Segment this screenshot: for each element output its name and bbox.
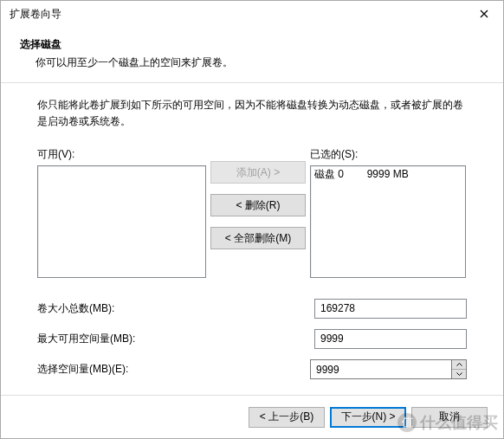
list-item[interactable]: 磁盘 0 9999 MB — [311, 166, 465, 183]
wizard-header: 选择磁盘 你可以用至少一个磁盘上的空间来扩展卷。 — [1, 27, 503, 82]
remove-all-button[interactable]: < 全部删除(M) — [210, 227, 306, 249]
header-subtitle: 你可以用至少一个磁盘上的空间来扩展卷。 — [20, 52, 484, 70]
select-space-input[interactable] — [310, 359, 451, 379]
available-listbox[interactable] — [37, 165, 206, 278]
total-size-value: 169278 — [314, 299, 467, 319]
remove-button[interactable]: < 删除(R) — [210, 194, 306, 216]
titlebar: 扩展卷向导 — [1, 1, 503, 27]
max-space-label: 最大可用空间量(MB): — [37, 332, 314, 346]
window-title: 扩展卷向导 — [10, 7, 464, 22]
transfer-buttons-column: 添加(A) > < 删除(R) < 全部删除(M) — [206, 147, 310, 260]
available-label: 可用(V): — [37, 147, 206, 162]
spinner-down-button[interactable] — [452, 369, 466, 378]
back-button[interactable]: < 上一步(B) — [249, 407, 325, 428]
selected-listbox[interactable]: 磁盘 0 9999 MB — [310, 165, 466, 278]
max-space-row: 最大可用空间量(MB): 9999 — [37, 329, 467, 349]
selected-column: 已选的(S): 磁盘 0 9999 MB — [310, 147, 466, 278]
available-column: 可用(V): — [37, 147, 206, 278]
wizard-window: 扩展卷向导 选择磁盘 你可以用至少一个磁盘上的空间来扩展卷。 你只能将此卷扩展到… — [0, 0, 504, 439]
spinner-buttons — [451, 359, 467, 379]
close-icon — [480, 10, 488, 18]
chevron-up-icon — [456, 363, 462, 366]
wizard-body: 你只能将此卷扩展到如下所示的可用空间，因为不能将磁盘转换为动态磁盘，或者被扩展的… — [1, 83, 503, 379]
close-button[interactable] — [464, 1, 503, 27]
spinner-up-button[interactable] — [452, 360, 466, 369]
next-button[interactable]: 下一步(N) > — [330, 407, 406, 428]
cancel-button[interactable]: 取消 — [411, 407, 488, 428]
chevron-down-icon — [456, 372, 462, 376]
select-space-spinner — [310, 359, 467, 379]
add-button[interactable]: 添加(A) > — [210, 161, 306, 184]
description-text: 你只能将此卷扩展到如下所示的可用空间，因为不能将磁盘转换为动态磁盘，或者被扩展的… — [37, 97, 467, 130]
select-space-label: 选择空间量(MB)(E): — [37, 362, 310, 377]
disk-selection-row: 可用(V): 添加(A) > < 删除(R) < 全部删除(M) 已选的(S):… — [37, 147, 467, 278]
selected-label: 已选的(S): — [310, 147, 466, 162]
select-space-row: 选择空间量(MB)(E): — [37, 359, 467, 379]
total-size-label: 卷大小总数(MB): — [37, 301, 314, 316]
total-size-row: 卷大小总数(MB): 169278 — [37, 299, 467, 319]
wizard-footer: < 上一步(B) 下一步(N) > 取消 — [1, 395, 503, 438]
header-title: 选择磁盘 — [20, 37, 484, 52]
max-space-value: 9999 — [314, 329, 467, 349]
